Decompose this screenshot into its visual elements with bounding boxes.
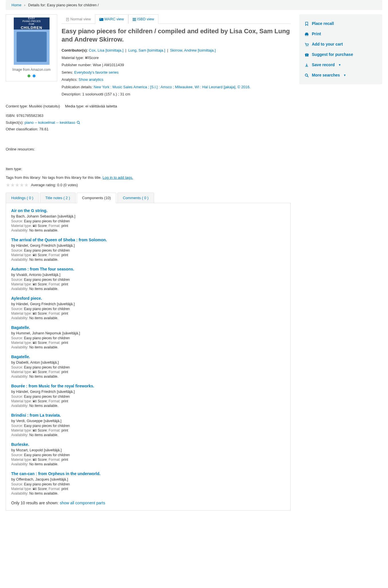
- card-icon: [99, 17, 103, 21]
- tab-marc-label: MARC view: [105, 17, 124, 21]
- download-icon: [304, 62, 309, 67]
- component-availability: Availability: No items available.: [11, 228, 285, 232]
- material-type-line: Material type: Score: [62, 55, 291, 61]
- cart-icon: [304, 42, 309, 46]
- component-material: Material type: Score; Format: print: [11, 399, 285, 403]
- breadcrumb-home[interactable]: Home: [11, 3, 21, 7]
- media-type-label: Media type:: [65, 104, 85, 108]
- contributor-link[interactable]: Skirrow, Andrew [toimittaja.]: [170, 48, 216, 52]
- pub-name-link[interactable]: Hal Leonard [jakaja],: [202, 85, 237, 89]
- pub-date-link[interactable]: © 2016.: [237, 85, 251, 89]
- score-icon: [33, 428, 37, 432]
- publication-details-line: Publication details: New York : Music Sa…: [62, 84, 291, 90]
- analytics-link[interactable]: Show analytics: [78, 77, 103, 82]
- component-material: Material type: Score; Format: print: [11, 487, 285, 491]
- component-author: by Diabelli, Anton [säveltäjä.]: [11, 360, 285, 364]
- pubnum-label: Publisher number:: [62, 63, 93, 67]
- tab-title-notes[interactable]: Title notes ( 2 ): [40, 193, 75, 203]
- contributor-link[interactable]: Cox, Lisa [toimittaja.]: [89, 48, 123, 52]
- component-availability: Availability: No items available.: [11, 433, 285, 437]
- tab-marc-view[interactable]: MARC view: [95, 14, 128, 24]
- cover-dot-1[interactable]: [27, 75, 30, 77]
- cover-box: EASYPIANO PIECESFORCHILDREN Image from A…: [6, 14, 57, 81]
- caret-down-icon: ▼: [343, 74, 346, 77]
- component-title-link[interactable]: Aylesford piece.: [11, 296, 285, 301]
- tab-components[interactable]: Components (10): [77, 193, 116, 203]
- description-value: 1 soolonuotti (157 s.) ; 31 cm: [82, 92, 130, 96]
- component-author: by Vivaldi, Antonio [säveltäjä.]: [11, 273, 285, 277]
- pub-name-link[interactable]: Music Sales America ;: [113, 85, 150, 89]
- svg-point-33: [33, 342, 34, 344]
- svg-rect-54: [306, 33, 308, 34]
- sidebar-save-record[interactable]: Save record ▼: [304, 60, 377, 70]
- tab-normal-view[interactable]: Normal view: [62, 14, 95, 23]
- subject-link[interactable]: piano -- kokoelmat -- keskitaso: [25, 120, 75, 125]
- pub-place-link[interactable]: Milwaukee, WI :: [175, 85, 202, 89]
- tab-holdings[interactable]: Holdings ( 0 ): [6, 193, 39, 203]
- tab-comments[interactable]: Comments ( 0 ): [117, 193, 154, 203]
- other-class-label: Other classification:: [6, 127, 39, 131]
- component-title-link[interactable]: Bourée : from Music for the royal firewo…: [11, 384, 285, 388]
- sidebar-suggest[interactable]: Suggest for purchase: [304, 49, 377, 60]
- pub-name-link[interactable]: Amsco ;: [160, 85, 175, 89]
- cover-dot-2[interactable]: [33, 75, 36, 77]
- svg-point-12: [77, 121, 79, 124]
- component-title-link[interactable]: Burleske.: [11, 442, 285, 447]
- score-icon: [33, 311, 37, 315]
- svg-point-45: [33, 430, 34, 431]
- svg-line-63: [307, 76, 308, 77]
- svg-point-37: [33, 372, 34, 373]
- component-title-link[interactable]: The can-can : from Orpheus in the underw…: [11, 471, 285, 476]
- content-type-value: Musiikki (notatoitu): [29, 104, 60, 108]
- component-title-link[interactable]: Bagatelle.: [11, 354, 285, 359]
- component-title-link[interactable]: Air on the G string.: [11, 208, 285, 213]
- view-tabs: Normal view MARC view ISBD view: [62, 14, 291, 24]
- component-title-link[interactable]: Bagatelle.: [11, 325, 285, 330]
- contributor-link[interactable]: Lung, Sam [toimittaja.]: [128, 48, 165, 52]
- online-resources-line: Online resources:: [6, 146, 291, 152]
- component-item: Bagatelle.by Hummel, Johann Nepomuk [säv…: [11, 325, 285, 349]
- sidebar: Place recall Print Add to your cart Sugg…: [299, 14, 382, 84]
- online-resources-label: Online resources:: [6, 147, 35, 151]
- component-source: Source: Easy piano pieces for children: [11, 219, 285, 223]
- series-link[interactable]: Everybody's favorite series: [74, 70, 119, 75]
- component-title-link[interactable]: Autumn : from The four seasons.: [11, 267, 285, 271]
- component-material: Material type: Score; Format: print: [11, 458, 285, 462]
- analytics-label: Analytics:: [62, 77, 78, 82]
- sidebar-label: Place recall: [312, 21, 334, 26]
- component-availability: Availability: No items available.: [11, 462, 285, 466]
- component-author: by Händel, Georg Friedrich [säveltäjä.]: [11, 389, 285, 394]
- gift-icon: [304, 52, 309, 57]
- cover-image[interactable]: EASYPIANO PIECESFORCHILDREN: [14, 17, 50, 65]
- document-icon: [66, 17, 69, 21]
- breadcrumb-sep-icon: ›: [24, 3, 25, 7]
- sidebar-more-searches[interactable]: More searches ▼: [304, 70, 377, 80]
- component-availability: Availability: No items available.: [11, 491, 285, 495]
- sidebar-place-recall[interactable]: Place recall: [304, 18, 377, 29]
- pub-place-link[interactable]: New York :: [94, 85, 113, 89]
- svg-point-57: [306, 46, 307, 46]
- sidebar-add-cart[interactable]: Add to your cart: [304, 39, 377, 49]
- score-icon: [33, 370, 37, 374]
- svg-point-17: [33, 226, 34, 227]
- sidebar-label: Suggest for purchase: [312, 52, 353, 57]
- tab-isbd-view[interactable]: ISBD view: [128, 14, 159, 24]
- contributors-line: Contributor(s): Cox, Lisa [toimittaja.] …: [62, 48, 291, 53]
- search-icon[interactable]: [77, 120, 80, 125]
- login-add-tags-link[interactable]: Log in to add tags.: [103, 175, 133, 180]
- sidebar-print[interactable]: Print: [304, 29, 377, 39]
- caret-down-icon: ▼: [338, 63, 341, 66]
- material-type-label: Material type:: [62, 56, 85, 60]
- subjects-line: Subject(s): piano -- kokoelmat -- keskit…: [6, 120, 291, 126]
- media-type-line: Media type: ei välittävää laitetta: [65, 103, 117, 109]
- pub-place-link[interactable]: [S.l.] :: [150, 85, 160, 89]
- component-material: Material type: Score; Format: print: [11, 282, 285, 286]
- star-rating[interactable]: ★★★★★: [6, 182, 29, 188]
- component-title-link[interactable]: Brindisi : from La traviata.: [11, 413, 285, 418]
- component-material: Material type: Score; Format: print: [11, 311, 285, 315]
- component-title-link[interactable]: The arrival of the Queen of Sheba : from…: [11, 238, 285, 242]
- component-source: Source: Easy piano pieces for children: [11, 482, 285, 486]
- svg-rect-3: [99, 18, 103, 21]
- component-availability: Availability: No items available.: [11, 287, 285, 291]
- show-all-link[interactable]: show all component parts: [60, 501, 105, 505]
